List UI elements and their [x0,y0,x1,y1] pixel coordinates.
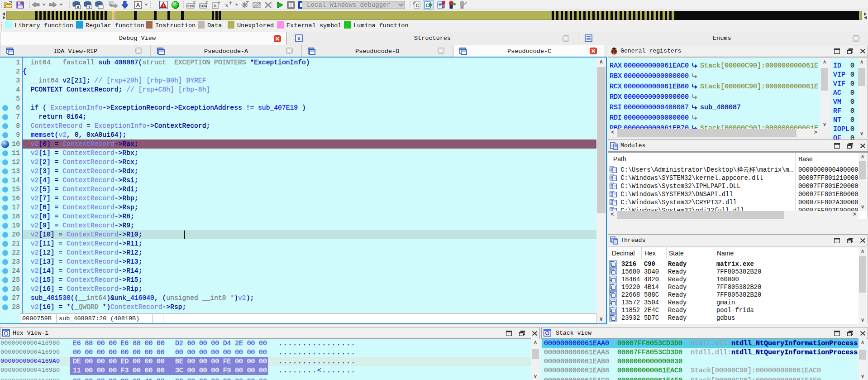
svg-text:DATA: DATA [199,5,207,8]
svg-text:’s: ’s [224,3,228,8]
svg-text:A: A [214,4,217,8]
svg-text:T: T [88,5,91,9]
svg-text:CODE: CODE [186,5,195,8]
svg-text:#: # [77,5,79,9]
svg-text:C: C [415,3,419,8]
svg-text:A: A [297,37,300,42]
svg-text:A: A [136,2,140,9]
svg-text:!: ! [163,4,164,8]
svg-text:C: C [425,3,429,8]
svg-text:…: … [99,5,103,9]
